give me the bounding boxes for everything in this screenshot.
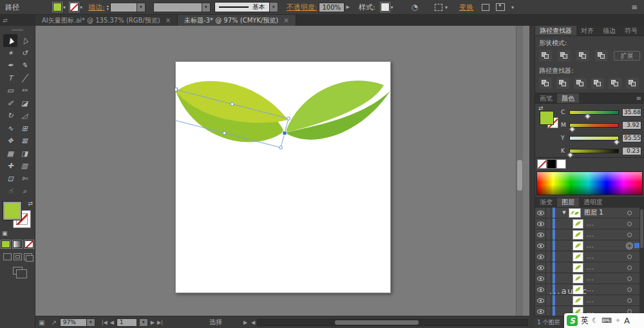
- recolor-artwork-icon[interactable]: ◔: [412, 3, 418, 12]
- panel-tab[interactable]: 对齐: [576, 26, 598, 35]
- visibility-cell[interactable]: [535, 273, 546, 284]
- panel-tab[interactable]: 路径查找器: [535, 26, 576, 35]
- close-tab-icon[interactable]: ×: [166, 17, 171, 24]
- paintbrush-tool[interactable]: ✏: [17, 84, 32, 97]
- last-artboard-button[interactable]: ▶|: [157, 320, 163, 325]
- type-tool[interactable]: T: [3, 72, 17, 85]
- pencil-tool[interactable]: ✐: [3, 97, 17, 110]
- zoom-level-dropdown[interactable]: ▾: [87, 318, 95, 327]
- object-thumbnail[interactable]: [573, 242, 583, 250]
- horizontal-scrollbar-thumb[interactable]: [335, 320, 419, 325]
- document-tab[interactable]: 未标题-3* @ 97% (CMYK/预览) ×: [178, 15, 296, 26]
- default-fill-stroke-icon[interactable]: ▣: [2, 230, 8, 236]
- vertical-scrollbar[interactable]: [516, 26, 523, 316]
- target-circle-icon[interactable]: [627, 287, 632, 292]
- graph-tool[interactable]: ▥: [17, 160, 32, 173]
- panel-tab[interactable]: 渐变: [535, 198, 557, 207]
- slice-tool[interactable]: ✄: [17, 173, 32, 186]
- swap-fill-stroke-icon[interactable]: ⇄: [28, 200, 33, 207]
- channel-slider-knob[interactable]: [567, 151, 574, 158]
- document-tab-title[interactable]: 未标题-3* @ 97% (CMYK/预览): [184, 16, 278, 25]
- panel-tab[interactable]: 透明度: [579, 198, 607, 207]
- channel-value-input[interactable]: 35.68: [622, 108, 641, 117]
- fill-proxy-swatch[interactable]: [540, 111, 553, 124]
- zoom-tool[interactable]: ⌕: [17, 185, 32, 198]
- canvas-area[interactable]: [35, 26, 529, 316]
- panel-tab[interactable]: 符号: [620, 26, 642, 35]
- variable-width-profile-select[interactable]: 基本: [214, 2, 270, 12]
- target-circle-icon[interactable]: [627, 222, 632, 226]
- select-similar-icon[interactable]: [435, 4, 442, 11]
- expand-button[interactable]: 扩展: [614, 51, 640, 61]
- object-thumbnail[interactable]: [573, 264, 583, 272]
- object-thumbnail[interactable]: [573, 285, 583, 294]
- horizontal-scrollbar[interactable]: ▶ ◀: [242, 318, 529, 327]
- channel-slider-track[interactable]: [569, 149, 619, 153]
- scale-tool[interactable]: ◿: [17, 110, 32, 122]
- document-tab-title[interactable]: AI矢量图标.ai* @ 135.37% (RGB/预览): [42, 16, 160, 25]
- artwork-leaves[interactable]: [175, 61, 391, 293]
- lasso-tool[interactable]: ↺: [17, 47, 32, 60]
- visibility-cell[interactable]: [535, 251, 546, 262]
- line-segment-tool[interactable]: ╱: [17, 72, 32, 85]
- export-icon[interactable]: ↗: [51, 319, 56, 326]
- panel-tab[interactable]: 颜色: [557, 93, 579, 103]
- layer-row[interactable]: ...: [535, 240, 644, 251]
- eye-icon[interactable]: [537, 265, 544, 270]
- minus-back-op[interactable]: [626, 78, 639, 89]
- eye-icon[interactable]: [537, 222, 544, 226]
- opacity-link[interactable]: 不透明度:: [287, 3, 317, 12]
- visibility-cell[interactable]: [535, 262, 546, 273]
- trim-op[interactable]: [556, 78, 569, 89]
- exclude-mode[interactable]: [595, 50, 608, 61]
- visibility-cell[interactable]: [535, 306, 546, 316]
- lock-cell[interactable]: [546, 273, 551, 284]
- stroke-weight-link[interactable]: 描边:: [88, 3, 105, 12]
- align-objects-icon[interactable]: [482, 4, 489, 11]
- style-swatch[interactable]: [381, 3, 390, 12]
- minus-front-mode[interactable]: [558, 50, 571, 61]
- target-circle-icon[interactable]: [627, 276, 632, 281]
- outline-op[interactable]: [609, 78, 621, 89]
- none-swatch[interactable]: [538, 160, 546, 168]
- opacity-arrow-icon[interactable]: ▶: [346, 5, 349, 10]
- lock-cell[interactable]: [546, 218, 551, 229]
- brush-definition-input[interactable]: [153, 3, 202, 12]
- target-circle-icon[interactable]: [627, 211, 632, 215]
- merge-op[interactable]: [574, 78, 587, 89]
- white-swatch[interactable]: [557, 160, 565, 168]
- visibility-cell[interactable]: [535, 284, 546, 294]
- lock-cell[interactable]: [546, 207, 551, 218]
- next-artboard-button[interactable]: ▶: [151, 320, 155, 325]
- style-dropdown-icon[interactable]: ▾: [391, 5, 393, 10]
- draw-inside-icon[interactable]: [24, 253, 32, 260]
- layer-row[interactable]: ...: [535, 251, 644, 262]
- layer-name[interactable]: 图层 1: [584, 208, 603, 217]
- horizontal-scrollbar-track[interactable]: [257, 319, 528, 326]
- zoom-level-input[interactable]: 97%: [60, 318, 87, 327]
- distribute-objects-icon[interactable]: [496, 3, 505, 11]
- color-mode-button[interactable]: [1, 240, 10, 248]
- expand-triangle-icon[interactable]: ▼: [560, 210, 568, 215]
- variable-width-dropdown[interactable]: ▾: [270, 2, 278, 12]
- rectangle-tool[interactable]: ▭: [3, 84, 17, 97]
- stroke-weight-dropdown[interactable]: ▾: [137, 3, 146, 12]
- none-mode-button[interactable]: [24, 240, 33, 248]
- swap-fill-stroke-icon[interactable]: ⇄: [538, 105, 544, 111]
- screen-mode-icon[interactable]: [13, 267, 23, 275]
- sogou-logo-icon[interactable]: S: [567, 315, 578, 326]
- flatten-preview-icon[interactable]: ▣: [39, 319, 44, 326]
- crop-op[interactable]: [591, 78, 604, 89]
- object-thumbnail[interactable]: [573, 220, 583, 228]
- fill-dropdown-icon[interactable]: ▾: [63, 5, 66, 10]
- scroll-right-arrow-icon[interactable]: ▶: [242, 320, 249, 325]
- fill-indicator[interactable]: [3, 202, 21, 220]
- draw-behind-icon[interactable]: [14, 253, 22, 260]
- lock-cell[interactable]: [546, 229, 551, 240]
- ime-tool-icon[interactable]: ✦: [615, 316, 621, 325]
- visibility-cell[interactable]: [535, 295, 546, 305]
- night-mode-icon[interactable]: ☾: [592, 316, 598, 325]
- eye-icon[interactable]: [537, 287, 544, 292]
- document-tab[interactable]: AI矢量图标.ai* @ 135.37% (RGB/预览) ×: [35, 15, 178, 26]
- vertical-scrollbar-thumb[interactable]: [517, 160, 522, 191]
